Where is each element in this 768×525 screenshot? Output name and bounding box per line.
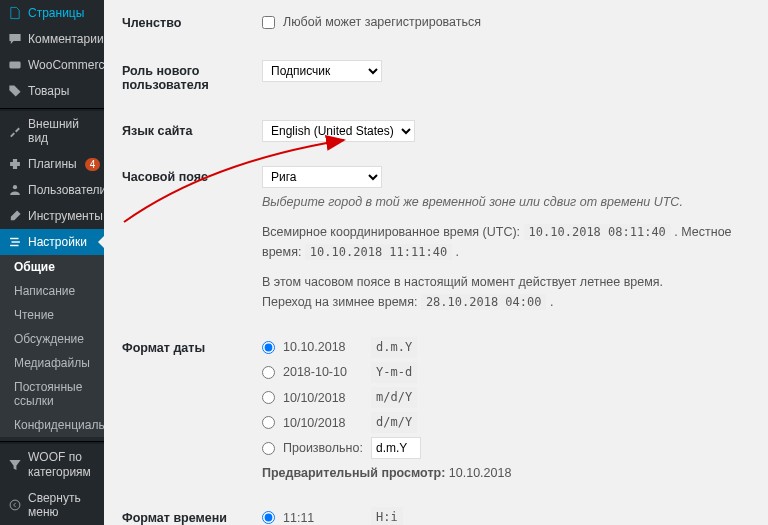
svg-rect-3	[12, 241, 20, 242]
settings-submenu: Общие Написание Чтение Обсуждение Медиаф…	[0, 255, 104, 437]
plugins-badge: 4	[85, 158, 101, 171]
date-opt-1[interactable]: 2018-10-10Y-m-d	[262, 362, 750, 383]
sidebar-label: WOOF по категориям	[28, 450, 96, 479]
sidebar-label: Свернуть меню	[28, 491, 96, 519]
membership-checkbox-wrap[interactable]: Любой может зарегистрироваться	[262, 12, 750, 32]
language-select[interactable]: English (United States)	[262, 120, 415, 142]
settings-general-page: Членство Любой может зарегистрироваться …	[104, 0, 768, 525]
sidebar-label: Товары	[28, 84, 69, 98]
sidebar-group-top: Страницы Комментарии WooCommerce Товары	[0, 0, 104, 104]
collapse-icon	[8, 498, 22, 512]
general-settings-form: Членство Любой может зарегистрироваться …	[122, 0, 750, 525]
sidebar-item-users[interactable]: Пользователи	[0, 177, 104, 203]
sidebar-item-tools[interactable]: Инструменты	[0, 203, 104, 229]
submenu-writing[interactable]: Написание	[0, 279, 104, 303]
sidebar-label: Настройки	[28, 235, 87, 249]
submenu-media[interactable]: Медиафайлы	[0, 351, 104, 375]
sidebar-item-woocommerce[interactable]: WooCommerce	[0, 52, 104, 78]
sidebar-label: Внешний вид	[28, 117, 96, 145]
sidebar-label: WooCommerce	[28, 58, 104, 72]
settings-icon	[8, 235, 22, 249]
submenu-reading[interactable]: Чтение	[0, 303, 104, 327]
sidebar-label: Пользователи	[28, 183, 104, 197]
time-opt-0[interactable]: 11:11H:i	[262, 507, 750, 525]
filter-icon	[8, 458, 22, 472]
tools-icon	[8, 209, 22, 223]
appearance-icon	[8, 124, 22, 138]
date-preview: Предварительный просмотр: 10.10.2018	[262, 463, 750, 483]
admin-sidebar: Страницы Комментарии WooCommerce Товары …	[0, 0, 104, 525]
timezone-select[interactable]: Рига	[262, 166, 382, 188]
sidebar-item-pages[interactable]: Страницы	[0, 0, 104, 26]
date-opt-2[interactable]: 10/10/2018m/d/Y	[262, 387, 750, 408]
date-opt-3[interactable]: 10/10/2018d/m/Y	[262, 412, 750, 433]
comments-icon	[8, 32, 22, 46]
timezone-dst: В этом часовом поясе в настоящий момент …	[262, 272, 750, 292]
row-language-label: Язык сайта	[122, 108, 262, 154]
sidebar-item-products[interactable]: Товары	[0, 78, 104, 104]
timezone-utc-line: Всемирное координированное время (UTC): …	[262, 222, 750, 262]
sidebar-label: Инструменты	[28, 209, 103, 223]
sidebar-item-appearance[interactable]: Внешний вид	[0, 111, 104, 151]
sidebar-label: Страницы	[28, 6, 84, 20]
submenu-discussion[interactable]: Обсуждение	[0, 327, 104, 351]
plugins-icon	[8, 157, 22, 171]
row-membership-label: Членство	[122, 0, 262, 48]
utc-time: 10.10.2018 08:11:40	[524, 224, 671, 240]
sidebar-label: Плагины	[28, 157, 77, 171]
date-custom-input[interactable]	[371, 437, 421, 459]
woocommerce-icon	[8, 58, 22, 72]
row-date-label: Формат даты	[122, 325, 262, 496]
local-time: 10.10.2018 11:11:40	[305, 244, 452, 260]
submenu-general[interactable]: Общие	[0, 255, 104, 279]
svg-point-1	[13, 185, 17, 189]
pages-icon	[8, 6, 22, 20]
sidebar-item-woof[interactable]: WOOF по категориям	[0, 444, 104, 485]
row-time-label: Формат времени	[122, 495, 262, 525]
submenu-privacy[interactable]: Конфиденциальность	[0, 413, 104, 437]
svg-rect-2	[10, 238, 18, 239]
svg-point-5	[10, 500, 20, 510]
date-opt-0[interactable]: 10.10.2018d.m.Y	[262, 337, 750, 358]
collapse-menu[interactable]: Свернуть меню	[0, 485, 104, 525]
row-timezone-label: Часовой пояс	[122, 154, 262, 325]
winter-time: 28.10.2018 04:00	[421, 294, 547, 310]
products-icon	[8, 84, 22, 98]
sidebar-item-plugins[interactable]: Плагины4	[0, 151, 104, 177]
sidebar-group-design: Внешний вид Плагины4 Пользователи Инстру…	[0, 111, 104, 255]
default-role-select[interactable]: Подписчик	[262, 60, 382, 82]
users-icon	[8, 183, 22, 197]
svg-rect-4	[10, 245, 18, 246]
timezone-winter: Переход на зимнее время: 28.10.2018 04:0…	[262, 292, 750, 312]
sidebar-label: Комментарии	[28, 32, 104, 46]
svg-rect-0	[9, 62, 20, 69]
submenu-permalinks[interactable]: Постоянные ссылки	[0, 375, 104, 413]
row-role-label: Роль нового пользователя	[122, 48, 262, 108]
sidebar-item-comments[interactable]: Комментарии	[0, 26, 104, 52]
date-opt-custom[interactable]: Произвольно:	[262, 437, 750, 459]
timezone-desc: Выберите город в той же временной зоне и…	[262, 192, 750, 212]
sidebar-item-settings[interactable]: Настройки	[0, 229, 104, 255]
membership-checkbox[interactable]	[262, 16, 275, 29]
